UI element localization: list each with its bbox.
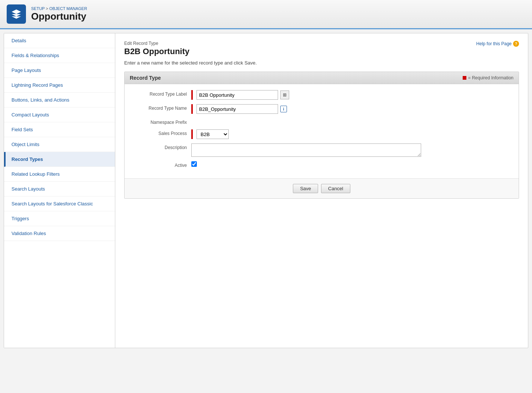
record-type-label-lookup-icon[interactable]: ⊞ [280,90,289,99]
sidebar-item-object-limits[interactable]: Object Limits [4,137,115,152]
form-box-header: Record Type = Required Information [125,72,519,84]
form-box-title: Record Type [130,75,161,81]
sidebar-item-search-layouts[interactable]: Search Layouts [4,182,115,196]
sales-process-row: Sales Process B2B B2C Standard [132,129,511,139]
sales-process-select[interactable]: B2B B2C Standard [196,129,229,139]
help-link[interactable]: Help for this Page ? [476,41,519,47]
required-note: = Required Information [463,75,513,80]
sales-process-label: Sales Process [132,129,191,136]
required-dot [463,76,466,80]
instruction-text: Enter a new name for the selected record… [124,60,519,66]
help-link-label: Help for this Page [476,41,512,46]
active-label: Active [132,161,191,168]
required-info-label: = Required Information [468,75,513,80]
record-type-label-field: ⊞ [191,90,511,100]
breadcrumb-object-manager[interactable]: OBJECT MANAGER [49,6,87,11]
page-header: SETUP > OBJECT MANAGER Opportunity [0,0,532,29]
sidebar-item-buttons-links-actions[interactable]: Buttons, Links, and Actions [4,93,115,108]
layers-icon [11,9,22,20]
description-field [191,143,511,157]
namespace-prefix-row: Namespace Prefix [132,118,511,125]
cancel-button[interactable]: Cancel [321,184,350,193]
required-marker-2 [191,104,193,114]
description-label: Description [132,143,191,150]
sidebar-item-record-types[interactable]: Record Types [4,152,115,167]
description-row: Description [132,143,511,157]
active-field [191,161,511,167]
sales-process-field: B2B B2C Standard [191,129,511,139]
record-type-label-row: Record Type Label ⊞ [132,90,511,100]
sidebar-item-fields-relationships[interactable]: Fields & Relationships [4,48,115,63]
record-type-name-label: Record Type Name [132,104,191,111]
form-box: Record Type = Required Information Recor… [124,72,519,199]
sidebar-item-page-layouts[interactable]: Page Layouts [4,63,115,78]
active-checkbox[interactable] [191,161,197,167]
record-type-name-field: i [191,104,511,114]
record-type-name-row: Record Type Name i [132,104,511,114]
record-type-heading: B2B Opportunity [124,47,519,56]
record-type-label-input[interactable] [196,90,278,100]
sidebar-item-details[interactable]: Details [4,33,115,48]
save-button[interactable]: Save [293,184,318,193]
breadcrumb: SETUP > OBJECT MANAGER [31,6,87,11]
breadcrumb-separator: > [46,6,49,11]
sidebar: Details Fields & Relationships Page Layo… [4,33,115,348]
main-layout: Details Fields & Relationships Page Layo… [4,33,528,348]
description-textarea[interactable] [191,143,421,157]
namespace-prefix-label: Namespace Prefix [132,118,191,125]
form-actions: Save Cancel [125,178,519,198]
info-icon[interactable]: i [280,106,287,112]
object-icon [7,4,26,24]
page-title: Opportunity [31,11,87,22]
active-row: Active [132,161,511,168]
required-marker-3 [191,129,193,139]
sidebar-item-related-lookup-filters[interactable]: Related Lookup Filters [4,167,115,182]
content-area: Help for this Page ? Edit Record Type B2… [115,33,528,348]
breadcrumb-setup[interactable]: SETUP [31,6,44,11]
record-type-label-label: Record Type Label [132,90,191,97]
form-body: Record Type Label ⊞ Record Type Name i [125,84,519,178]
required-marker [191,90,193,100]
sidebar-item-validation-rules[interactable]: Validation Rules [4,226,115,241]
header-text: SETUP > OBJECT MANAGER Opportunity [31,6,87,22]
sidebar-item-triggers[interactable]: Triggers [4,211,115,226]
sidebar-item-search-layouts-classic[interactable]: Search Layouts for Salesforce Classic [4,196,115,211]
sidebar-item-field-sets[interactable]: Field Sets [4,122,115,137]
edit-record-type-label: Edit Record Type [124,41,519,46]
sidebar-item-compact-layouts[interactable]: Compact Layouts [4,108,115,122]
sidebar-item-lightning-record-pages[interactable]: Lightning Record Pages [4,78,115,93]
help-icon: ? [513,41,519,47]
record-type-name-input[interactable] [196,104,278,114]
